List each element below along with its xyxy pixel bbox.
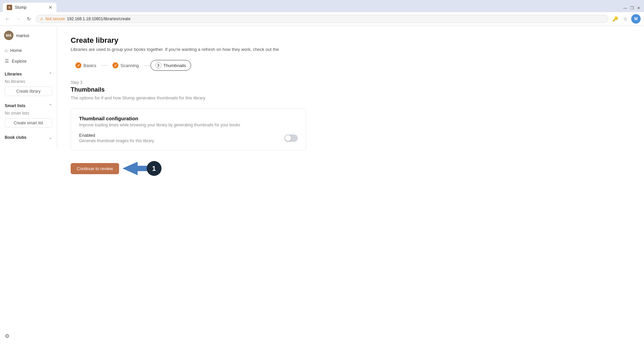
step-connector-2 [144, 65, 150, 66]
restore-button[interactable]: ❐ [629, 5, 635, 11]
step-connector-1 [101, 65, 108, 66]
toggle-thumb [285, 135, 291, 141]
settings-icon[interactable]: ⚙ [5, 333, 9, 339]
sidebar-home-label: Home [10, 48, 22, 53]
step-scanning[interactable]: ✓ Scanning [108, 60, 143, 70]
username-label: marius [16, 33, 29, 38]
smart-lists-title: Smart lists [5, 103, 25, 108]
book-clubs-section-header[interactable]: Book clubs ⌄ [0, 132, 57, 143]
no-libraries-text: No libraries [0, 78, 57, 85]
sidebar-explore-label: Explore [12, 59, 27, 64]
action-row: Continue to review 1 [71, 158, 631, 179]
main-content: Create library Libraries are used to gro… [57, 26, 644, 346]
sidebar-user[interactable]: MA marius [0, 26, 57, 45]
smart-lists-chevron-icon: ⌃ [49, 103, 52, 108]
smart-lists-section-header[interactable]: Smart lists ⌃ [0, 101, 57, 109]
home-icon: ⌂ [5, 48, 7, 53]
libraries-chevron-icon: ⌃ [49, 72, 52, 76]
close-button[interactable]: ✕ [636, 5, 641, 11]
step2-check-icon: ✓ [112, 62, 118, 68]
step3-number-icon: 3 [155, 62, 162, 68]
book-clubs-chevron-icon: ⌄ [49, 135, 52, 140]
page-description: Libraries are used to group your books t… [71, 47, 631, 52]
explore-icon: ☰ [5, 58, 9, 64]
libraries-section-header[interactable]: Libraries ⌃ [0, 69, 57, 78]
enabled-label: Enabled [79, 133, 154, 138]
page-title: Create library [71, 36, 631, 45]
security-icon: ⚠ [40, 17, 43, 21]
enabled-row: Enabled Generate thumbnail images for th… [79, 133, 298, 143]
libraries-title: Libraries [5, 72, 22, 76]
arrow-icon [119, 158, 149, 179]
step3-label: Thumbnails [164, 63, 186, 68]
step-heading: Thumbnails [71, 86, 631, 93]
reload-button[interactable]: ↻ [25, 15, 33, 23]
create-smart-list-button[interactable]: Create smart list [5, 118, 52, 128]
book-clubs-title: Book clubs [5, 135, 27, 140]
continue-to-review-button[interactable]: Continue to review [71, 163, 119, 174]
stepper: ✓ Basics ✓ Scanning 3 Thumbnails [71, 60, 631, 71]
security-label: Not secure [45, 17, 65, 21]
svg-rect-2 [136, 166, 148, 171]
config-section-title: Thumbnail configuration [79, 116, 298, 121]
back-button[interactable]: ← [3, 15, 11, 23]
minimize-button[interactable]: — [622, 5, 628, 11]
sidebar: MA marius ⌂ Home ☰ Explore Libraries ⌃ N… [0, 26, 57, 149]
browser-tab[interactable]: S Stump ✕ [3, 3, 57, 12]
sidebar-item-home[interactable]: ⌂ Home [0, 45, 57, 56]
tab-title: Stump [15, 5, 46, 10]
tab-close-btn[interactable]: ✕ [48, 5, 52, 10]
password-icon[interactable]: 🔑 [611, 15, 619, 23]
step-basics[interactable]: ✓ Basics [71, 60, 101, 70]
step1-label: Basics [83, 63, 96, 68]
browser-toolbar: ← → ↻ ⚠ Not secure 192.168.1.18:10801/li… [0, 12, 644, 26]
step-subtitle: The options for if and how Stump generat… [71, 95, 631, 100]
step-thumbnails[interactable]: 3 Thumbnails [150, 60, 191, 71]
create-library-button[interactable]: Create library [5, 87, 52, 96]
step2-label: Scanning [120, 63, 139, 68]
bookmark-icon[interactable]: ☆ [621, 15, 629, 23]
enabled-toggle[interactable] [284, 134, 298, 142]
no-smart-lists-text: No smart lists [0, 109, 57, 116]
tab-favicon: S [7, 5, 12, 10]
forward-button[interactable]: → [14, 15, 22, 23]
step-label: Step 3 [71, 80, 631, 85]
enabled-sublabel: Generate thumbnail images for this libra… [79, 138, 154, 143]
config-section-desc: Improve loading times while browsing you… [79, 123, 298, 127]
address-bar[interactable]: ⚠ Not secure 192.168.1.18:10801/librarie… [36, 15, 608, 23]
thumbnail-config-section: Thumbnail configuration Improve loading … [71, 108, 306, 150]
step1-check-icon: ✓ [75, 62, 81, 68]
profile-avatar[interactable]: M [631, 14, 641, 24]
sidebar-item-explore[interactable]: ☰ Explore [0, 56, 57, 66]
avatar: MA [4, 31, 13, 40]
annotation-badge: 1 [147, 161, 162, 176]
svg-marker-1 [122, 162, 138, 175]
url-display: 192.168.1.18:10801/libraries/create [67, 17, 604, 21]
arrow-annotation: 1 [119, 158, 162, 179]
